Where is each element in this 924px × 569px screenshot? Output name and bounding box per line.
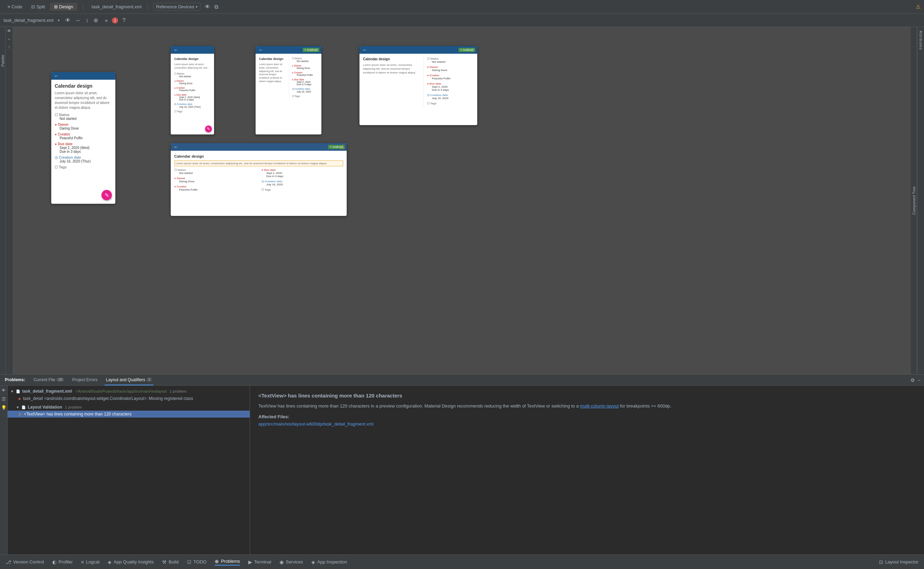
card4-left-col: Calendar design Lorem ipsum dolor sit am… — [363, 57, 419, 107]
affected-file-link[interactable]: app/src/main/res/layout-w600dp/task_deta… — [258, 421, 916, 427]
card5-status-label: ☐ Status — [174, 169, 256, 172]
question-icon[interactable]: ? — [121, 17, 127, 24]
problem-item-warning-1[interactable]: ⚠ <TextView> has lines containing more t… — [8, 411, 250, 418]
status-item-layout-inspector[interactable]: ⊡ Layout Inspector — [879, 559, 918, 565]
status-item-profiler[interactable]: ◐ Profiler — [52, 559, 73, 565]
status-item-build[interactable]: ⚒ Build — [162, 559, 179, 565]
card5-desc-highlighted: Lorem ipsum dolor sit amet, consectetur … — [174, 160, 343, 166]
file-name-label: task_detail_fragment.xml — [3, 18, 54, 23]
fab-button-2[interactable]: ✎ — [205, 125, 212, 132]
status-item-app-inspection[interactable]: ◈ App Inspection — [311, 559, 347, 565]
card3-due: ● Due date Sept 2, 2020Due in 3 days — [292, 78, 318, 85]
creator-label: ● Creator — [55, 132, 112, 136]
settings-icon[interactable]: ⚙ — [910, 377, 915, 383]
problem-item-1[interactable]: ● task_detail <androidx.coordinatorlayou… — [8, 395, 250, 402]
status-item-terminal[interactable]: ▶ Terminal — [248, 559, 271, 565]
layout-validation-count: 1 problem — [65, 405, 82, 409]
tab-current-file[interactable]: Current File 28 — [32, 374, 65, 385]
card4-owner-label: ● Owner — [427, 65, 474, 68]
card1-creator: ● Creator Peaceful Puffin — [55, 132, 112, 140]
palette-label[interactable]: Palette — [1, 55, 5, 67]
zoom-icon[interactable]: ⊕ — [92, 16, 99, 24]
todo-label: TODO — [194, 559, 206, 564]
status-item-todo[interactable]: ☑ TODO — [187, 559, 206, 565]
card-content-3: Calendar design Lorem ipsum dolor sit am… — [256, 54, 322, 103]
eye-icon[interactable]: 👁 — [205, 4, 210, 10]
device-card-warning: ← + Android ⚠ Calendar design Lorem ipsu… — [171, 143, 347, 216]
inactive-filename: task_detail_fragment.xml — [91, 4, 142, 9]
card3-right-col: ☐ Status Not started ● Owner Daring Dove… — [289, 57, 318, 100]
xml-icon-2: 📄 — [21, 405, 26, 409]
card4-owner: ● Owner Daring Dove — [427, 65, 474, 72]
detail-body-suffix: for breakpoints >= 600dp. — [620, 403, 671, 409]
status-item-app-quality-insights[interactable]: ◈ App Quality Insights — [108, 559, 154, 565]
horizontal-arrow-icon[interactable]: ↔ — [74, 17, 82, 24]
left-arrow-icon[interactable]: ← — [7, 37, 11, 41]
layout-inspector-icon: ⊡ — [879, 559, 883, 565]
build-label: Build — [168, 559, 179, 564]
card5-creator-value: Peaceful Puffin — [179, 188, 256, 191]
card3-creator: ● Creator Peaceful Puffin — [292, 72, 318, 76]
android-badge-3: + Android — [303, 48, 319, 52]
attributes-label: Attributes — [919, 30, 923, 50]
todo-icon: ☑ — [187, 559, 191, 565]
up-arrow-icon[interactable]: ↑ — [8, 44, 11, 50]
card1-title: Calendar design — [55, 83, 112, 89]
status-label: ☐ Status — [55, 113, 112, 117]
multi-column-link[interactable]: multi-column layout — [580, 403, 619, 409]
card1-status: ☐ Status Not started — [55, 113, 112, 120]
card5-due-value: Sept 2, 2020Due in 3 days — [266, 172, 343, 178]
card5-status-value: Not started — [179, 172, 256, 175]
warning-badge-icon: ⚠ — [340, 144, 344, 150]
problem-text-1: task_detail <androidx.coordinatorlayout.… — [23, 396, 193, 401]
eye-icon-2[interactable]: 👁 — [64, 17, 72, 24]
problem-filename-1: task_detail_fragment.xml — [22, 389, 72, 394]
eye-icon-problems[interactable]: 👁 — [2, 388, 6, 393]
status-item-logcat[interactable]: ≡ Logcat — [81, 559, 99, 565]
card2-due: ● Due date Sept 2, 2020 (Wed)Due in 3 da… — [174, 94, 211, 101]
tab-design[interactable]: ⊞ Design — [50, 3, 77, 11]
services-label: Services — [286, 559, 303, 564]
problem-text-warning-1: <TextView> has lines containing more tha… — [24, 412, 132, 417]
card3-title: Calendar design — [259, 57, 285, 61]
vertical-arrow-icon[interactable]: ↕ — [85, 17, 90, 24]
creation-icon: ◷ — [55, 155, 58, 160]
card3-owner-value: Daring Dove — [297, 67, 318, 69]
card-header-4: ← + Android — [360, 46, 477, 54]
problem-group-2: ▼ 📄 Layout Validation 1 problem ⚠ <TextV… — [8, 403, 250, 418]
card1-desc: Lorem ipsum dolor sit amet, consectetur … — [55, 91, 112, 110]
tab-project-errors[interactable]: Project Errors — [71, 374, 99, 385]
card4-creator-value: Peaceful Puffin — [432, 77, 474, 80]
minus-icon[interactable]: − — [918, 377, 921, 383]
status-item-version-control[interactable]: ⎇ Version Control — [6, 559, 44, 565]
card2-title: Calendar design — [174, 57, 211, 61]
problem-group-header-1[interactable]: ▼ 📄 task_detail_fragment.xml ~/AndroidSt… — [8, 388, 250, 395]
component-tree-label[interactable]: Component Tree — [912, 186, 916, 215]
card2-creation-value: July 16, 2020 (Thur) — [179, 106, 211, 108]
card4-creator: ● Creator Peaceful Puffin — [427, 74, 474, 80]
toolbar-separator-1 — [83, 3, 83, 11]
component-tree-sidebar: Component Tree — [911, 27, 917, 374]
status-item-services[interactable]: ◉ Services — [279, 559, 303, 565]
status-icon: ☐ — [55, 113, 58, 117]
chevron-down-icon: ▾ — [196, 5, 197, 9]
status-item-problems[interactable]: ⊕ Problems — [215, 558, 240, 566]
logcat-icon: ≡ — [81, 559, 84, 565]
layout-validation-header[interactable]: ▼ 📄 Layout Validation 1 problem — [8, 404, 250, 411]
tab-split[interactable]: ⊟ Split — [27, 3, 49, 11]
problem-count-1: 1 problem — [170, 389, 187, 393]
reference-devices-button[interactable]: Reference Devices ▾ — [153, 3, 200, 11]
tab-layout-qualifiers[interactable]: Layout and Qualifiers 2 — [105, 374, 153, 385]
bulb-icon-problems[interactable]: 💡 — [1, 405, 6, 410]
device-card-small-phone: ← Calendar design Lorem ipsum dolor sit … — [51, 72, 115, 204]
card5-creation-label: ◷ Creation date — [261, 180, 343, 183]
tab-code[interactable]: ≡ Code — [3, 3, 26, 11]
eye-icon-3[interactable]: 👁 — [7, 29, 11, 33]
owner-value: Daring Dove — [59, 126, 112, 130]
devices-icon[interactable]: ⧉ — [214, 4, 218, 10]
expand-icon[interactable]: » — [103, 17, 109, 24]
file-dropdown-icon[interactable]: ▾ — [56, 18, 61, 23]
terminal-icon: ▶ — [248, 559, 252, 565]
list-icon-problems[interactable]: ☰ — [2, 396, 6, 402]
problem-detail-panel: <TextView> has lines containing more tha… — [250, 386, 924, 554]
